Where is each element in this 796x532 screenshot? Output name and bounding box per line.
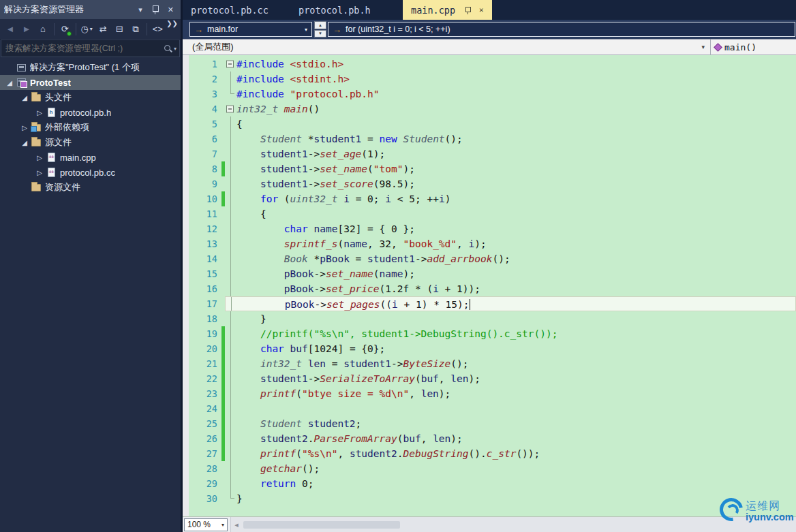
refresh-icon[interactable]: ⇄ <box>95 22 110 37</box>
search-input[interactable] <box>4 43 162 54</box>
code-line-7[interactable]: 7 student1->set_age(1); <box>189 146 796 161</box>
toolbar-caret-icon[interactable]: ▾ <box>90 26 93 32</box>
code-line-20[interactable]: 20 char buf[1024] = {0}; <box>189 341 796 356</box>
code-line-4[interactable]: 4int32_t main() <box>189 101 796 116</box>
collapsed-arrow-icon[interactable]: ▷ <box>34 154 45 161</box>
search-box: ▾ <box>1 40 180 57</box>
code-line-30[interactable]: 30} <box>189 491 796 506</box>
code-line-15[interactable]: 15 pBook->set_name(name); <box>189 266 796 281</box>
watermark-logo-icon <box>720 498 747 525</box>
scope-caret-icon[interactable]: ▾ <box>701 44 705 50</box>
code-line-5[interactable]: 5{ <box>189 116 796 131</box>
collapsed-arrow-icon[interactable]: ▷ <box>34 169 45 176</box>
tab-pin-icon[interactable] <box>465 6 471 14</box>
tree-item--[interactable]: 资源文件 <box>0 180 181 195</box>
view-code-icon[interactable]: <> <box>150 22 165 37</box>
code-line-22[interactable]: 22 student1->SerializeToArray(buf, len); <box>189 371 796 386</box>
collapsed-arrow-icon[interactable]: ▷ <box>19 124 30 131</box>
tab-protocol.pb.h[interactable]: protocol.pb.h <box>290 0 403 20</box>
scroll-left-icon[interactable]: ◂ <box>231 520 242 529</box>
code-line-16[interactable]: 16 pBook->set_price(1.2f * (i + 1)); <box>189 281 796 296</box>
search-caret-icon[interactable]: ▾ <box>174 46 177 52</box>
tree-item-protocol.pb.cc[interactable]: ▷++protocol.pb.cc <box>0 165 181 180</box>
code-token: len <box>421 388 439 399</box>
collapse-all-icon[interactable]: ⊟ <box>112 22 127 37</box>
code-line-12[interactable]: 12 char name[32] = { 0 }; <box>189 221 796 236</box>
code-line-10[interactable]: 10 for (uint32_t i = 0; i < 5; ++i) <box>189 191 796 206</box>
expanded-arrow-icon[interactable]: ◢ <box>19 94 30 101</box>
tab-main.cpp[interactable]: main.cpp✕ <box>403 0 492 20</box>
sync-with-active-document-icon[interactable]: ⟳ <box>57 22 72 37</box>
code-editor[interactable]: 1#include <stdio.h>2#include <stdint.h>3… <box>183 55 796 516</box>
tab-protocol.pb.cc[interactable]: protocol.pb.cc <box>183 0 290 20</box>
spinner-up-button[interactable]: ▲ <box>314 21 326 29</box>
member-dropdown[interactable]: main() <box>710 40 796 54</box>
code-line-21[interactable]: 21 int32_t len = student1->ByteSize(); <box>189 356 796 371</box>
window-menu-caret-icon[interactable]: ▾ <box>138 5 142 14</box>
tree-item--[interactable]: ▷外部依赖项 <box>0 120 181 135</box>
collapsed-arrow-icon[interactable]: ▷ <box>34 109 45 116</box>
tree-item-main.cpp[interactable]: ▷++main.cpp <box>0 150 181 165</box>
indicator-margin[interactable] <box>183 55 189 516</box>
code-text: for (uint32_t i = 0; i < 5; ++i) <box>236 191 796 206</box>
zoom-caret-icon[interactable]: ▾ <box>221 522 224 528</box>
code-line-11[interactable]: 11 { <box>189 206 796 221</box>
toolbar-overflow-icon[interactable]: ❯❯ <box>166 19 178 27</box>
code-line-3[interactable]: 3#include "protocol.pb.h" <box>189 87 796 101</box>
back-icon[interactable]: ◄ <box>3 22 18 37</box>
code-line-29[interactable]: 29 return 0; <box>189 476 796 491</box>
tree-item-protocol.pb.h[interactable]: ▷hprotocol.pb.h <box>0 105 181 120</box>
code-line-2[interactable]: 2#include <stdint.h> <box>189 72 796 87</box>
navigate-backward-combo[interactable]: → main.for ▾ <box>189 22 312 37</box>
fold-toggle-icon[interactable] <box>225 57 236 72</box>
code-line-9[interactable]: 9 student1->set_score(98.5); <box>189 176 796 191</box>
code-line-19[interactable]: 19 //printf("%s\n", student1->DebugStrin… <box>189 326 796 341</box>
horizontal-scrollbar[interactable]: ◂ <box>230 517 796 532</box>
tab-close-icon[interactable]: ✕ <box>479 5 484 14</box>
spinner-down-button[interactable]: ▼ <box>314 30 326 38</box>
line-number: 17 <box>189 296 221 311</box>
close-icon[interactable]: ✕ <box>168 5 174 14</box>
tree-item--prototest-1-[interactable]: 解决方案"ProtoTest" (1 个项 <box>0 60 181 75</box>
home-icon[interactable]: ⌂ <box>35 22 50 37</box>
code-line-6[interactable]: 6 Student *student1 = new Student(); <box>189 131 796 146</box>
pending-changes-filter-icon-glyph: ◷ <box>80 24 88 34</box>
scrollbar-thumb[interactable] <box>243 521 400 529</box>
code-token: -> <box>308 178 320 189</box>
code-token: set_name <box>320 163 367 174</box>
scope-dropdown[interactable]: (全局范围) ▾ <box>183 40 710 54</box>
code-line-1[interactable]: 1#include <stdio.h> <box>189 57 796 72</box>
code-line-24[interactable]: 24 <box>189 401 796 416</box>
tree-item-prototest[interactable]: ◢ProtoTest <box>0 75 181 90</box>
code-line-27[interactable]: 27 printf("%s\n", student2.DebugString()… <box>189 446 796 461</box>
tree-item--[interactable]: ◢源文件 <box>0 135 181 150</box>
combo-caret-icon[interactable]: ▾ <box>305 27 307 33</box>
code-line-13[interactable]: 13 sprintf_s(name, 32, "book_%d", i); <box>189 236 796 251</box>
code-line-28[interactable]: 28 getchar(); <box>189 461 796 476</box>
code-line-17[interactable]: 17 pBook->set_pages((i + 1) * 15); <box>189 296 796 311</box>
code-line-25[interactable]: 25 Student student2; <box>189 416 796 431</box>
zoom-dropdown[interactable]: 100 % ▾ <box>184 518 228 531</box>
code-token: student1 <box>260 163 308 174</box>
line-number: 11 <box>189 206 221 221</box>
pin-icon[interactable] <box>152 5 158 14</box>
code-line-18[interactable]: 18 } <box>189 311 796 326</box>
fold-toggle-icon[interactable] <box>225 101 236 116</box>
code-line-26[interactable]: 26 student2.ParseFromArray(buf, len); <box>189 431 796 446</box>
code-line-8[interactable]: 8 student1->set_name("tom"); <box>189 161 796 176</box>
forward-icon[interactable]: ► <box>19 22 34 37</box>
code-token: i <box>385 193 391 204</box>
fold-collapse-box[interactable] <box>226 106 234 113</box>
code-line-14[interactable]: 14 Book *pBook = student1->add_arrbook()… <box>189 251 796 266</box>
pending-changes-filter-icon[interactable]: ◷▾ <box>79 22 94 37</box>
expanded-arrow-icon[interactable]: ◢ <box>19 139 30 146</box>
fold-collapse-box[interactable] <box>226 61 234 68</box>
tree-item--[interactable]: ◢头文件 <box>0 90 181 105</box>
search-icon[interactable] <box>164 44 172 53</box>
show-all-files-icon[interactable]: ⧉ <box>128 22 143 37</box>
code-line-23[interactable]: 23 printf("btye size = %d\n", len); <box>189 386 796 401</box>
code-token <box>278 104 284 114</box>
line-number: 6 <box>189 131 221 146</box>
navigate-context-combo[interactable]: → for (uint32_t i = 0; i < 5; ++i) <box>328 22 795 37</box>
expanded-arrow-icon[interactable]: ◢ <box>4 79 15 87</box>
